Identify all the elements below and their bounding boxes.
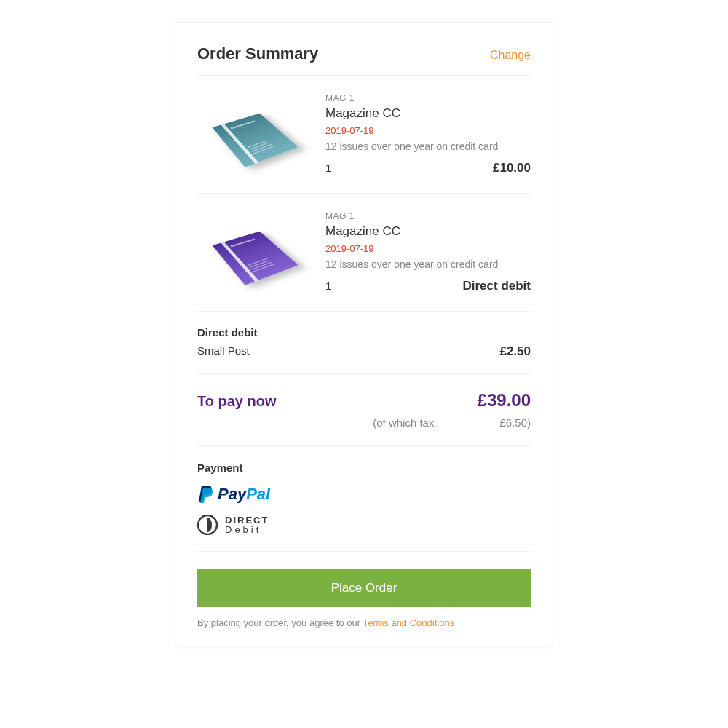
terms-text: By placing your order, you agree to our … [197, 617, 531, 628]
item-price: £10.00 [493, 161, 531, 175]
order-item-thumb [197, 211, 314, 293]
terms-link[interactable]: Terms and Conditions [363, 617, 454, 628]
item-qty: 1 [325, 162, 331, 174]
order-item: MAG 1 Magazine CC 2019-07-19 12 issues o… [197, 194, 531, 312]
total-block: To pay now £39.00 (of which tax £6.50) [197, 374, 531, 446]
paypal-logo-icon: PayPal [197, 484, 531, 505]
tax-value: £6.50) [499, 416, 531, 429]
total-price: £39.00 [478, 390, 531, 411]
item-desc: 12 issues over one year on credit card [325, 258, 531, 270]
order-item-thumb [197, 93, 314, 175]
item-name: Magazine CC [325, 106, 531, 121]
shipping-block: Direct debit Small Post £2.50 [197, 312, 531, 374]
item-date: 2019-07-19 [325, 243, 531, 254]
order-summary-card: Order Summary Change MAG 1 Magazine CC 2… [175, 22, 553, 646]
page-title: Order Summary [197, 44, 318, 63]
item-desc: 12 issues over one year on credit card [325, 141, 531, 152]
item-qty: 1 [325, 280, 331, 292]
item-price: Direct debit [462, 279, 531, 293]
shipping-price: £2.50 [499, 344, 531, 359]
order-item: MAG 1 Magazine CC 2019-07-19 12 issues o… [197, 76, 531, 194]
item-name: Magazine CC [325, 224, 531, 239]
item-date: 2019-07-19 [325, 125, 531, 136]
place-order-button[interactable]: Place Order [197, 569, 531, 607]
summary-header: Order Summary Change [197, 44, 531, 76]
shipping-label: Small Post [197, 344, 250, 359]
magazine-icon [215, 95, 296, 175]
shipping-title: Direct debit [197, 326, 531, 339]
change-link[interactable]: Change [490, 49, 531, 62]
order-item-details: MAG 1 Magazine CC 2019-07-19 12 issues o… [314, 211, 531, 293]
total-label: To pay now [197, 393, 277, 410]
payment-block: Payment PayPal DIRECT Debit [197, 446, 531, 552]
item-sku: MAG 1 [325, 93, 531, 103]
tax-label: (of which tax [373, 416, 434, 429]
item-sku: MAG 1 [325, 211, 531, 221]
direct-debit-logo-icon: DIRECT Debit [197, 515, 531, 535]
payment-title: Payment [197, 462, 531, 474]
order-item-details: MAG 1 Magazine CC 2019-07-19 12 issues o… [314, 93, 531, 175]
magazine-icon [215, 213, 296, 293]
terms-prefix: By placing your order, you agree to our [197, 617, 363, 628]
